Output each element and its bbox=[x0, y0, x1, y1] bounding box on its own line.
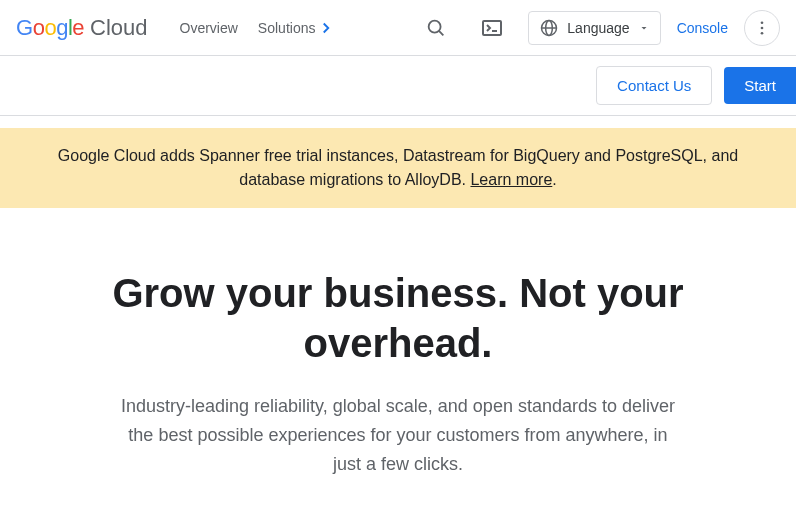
start-free-button[interactable]: Start bbox=[724, 67, 796, 104]
nav-overview[interactable]: Overview bbox=[180, 20, 238, 36]
caret-down-icon bbox=[638, 22, 650, 34]
nav-right: Language Console bbox=[416, 8, 780, 48]
globe-icon bbox=[539, 18, 559, 38]
terminal-icon bbox=[480, 16, 504, 40]
search-button[interactable] bbox=[416, 8, 456, 48]
language-label: Language bbox=[567, 20, 629, 36]
more-vertical-icon bbox=[753, 19, 771, 37]
logo-cloud-text: Cloud bbox=[90, 15, 147, 41]
banner-learn-more-link[interactable]: Learn more bbox=[470, 171, 552, 188]
logo[interactable]: Google Cloud bbox=[16, 15, 148, 41]
svg-point-0 bbox=[429, 20, 441, 32]
search-icon bbox=[425, 17, 447, 39]
svg-point-8 bbox=[761, 26, 764, 29]
nav-solutions-label: Solutions bbox=[258, 20, 316, 36]
top-nav: Google Cloud Overview Solutions Language… bbox=[0, 0, 796, 56]
contact-us-button[interactable]: Contact Us bbox=[596, 66, 712, 105]
banner-period: . bbox=[552, 171, 556, 188]
console-link[interactable]: Console bbox=[677, 20, 728, 36]
announcement-banner: Google Cloud adds Spanner free trial ins… bbox=[0, 128, 796, 208]
svg-point-9 bbox=[761, 31, 764, 34]
svg-point-7 bbox=[761, 21, 764, 24]
sub-nav: Contact Us Start bbox=[0, 56, 796, 116]
language-selector[interactable]: Language bbox=[528, 11, 660, 45]
cloud-shell-button[interactable] bbox=[472, 8, 512, 48]
chevron-right-icon bbox=[317, 19, 335, 37]
svg-rect-2 bbox=[483, 21, 501, 35]
logo-google-text: Google bbox=[16, 15, 84, 41]
hero-subtitle: Industry-leading reliability, global sca… bbox=[118, 392, 678, 478]
nav-solutions[interactable]: Solutions bbox=[258, 19, 336, 37]
svg-line-1 bbox=[439, 30, 443, 34]
banner-text: Google Cloud adds Spanner free trial ins… bbox=[58, 147, 738, 188]
hero-title: Grow your business. Not your overhead. bbox=[80, 268, 716, 368]
more-menu-button[interactable] bbox=[744, 10, 780, 46]
hero-section: Grow your business. Not your overhead. I… bbox=[0, 208, 796, 518]
primary-nav: Overview Solutions bbox=[180, 19, 336, 37]
